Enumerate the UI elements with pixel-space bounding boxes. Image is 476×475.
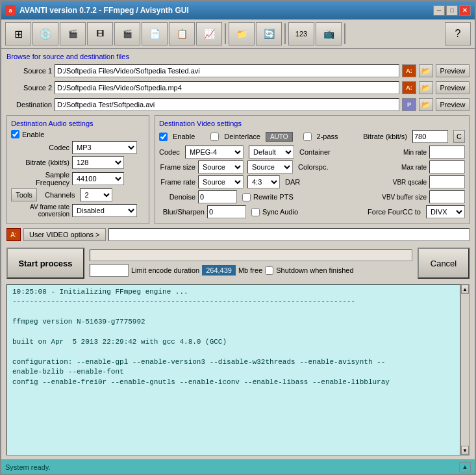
video-codec-label: Codec (159, 148, 182, 156)
video-settings-title: Destination Video settings (159, 120, 465, 127)
toolbar-btn-help[interactable]: ? (445, 22, 471, 45)
scroll-down-btn[interactable]: ▼ (461, 446, 469, 455)
status-up-btn[interactable]: ▲ (459, 462, 471, 472)
mb-free-label: Mb free (238, 266, 262, 274)
audio-tools-btn[interactable]: Tools (11, 188, 37, 201)
rewrite-pts-checkbox[interactable] (242, 193, 251, 201)
progress-bar (90, 250, 412, 261)
audio-tools-channels-row: Tools Channels 2 1 6 (11, 188, 145, 201)
source2-input[interactable] (55, 81, 399, 94)
audio-channels-select[interactable]: 2 1 6 (80, 188, 112, 201)
source2-preview-btn[interactable]: Preview (436, 81, 470, 94)
destination-label: Destination (6, 101, 52, 109)
destination-preview-btn[interactable]: Preview (436, 98, 470, 111)
rewrite-pts-label: Rewrite PTS (253, 193, 294, 201)
max-rate-label: Max rate (394, 164, 427, 171)
status-bar: System ready. ▲ (1, 459, 475, 474)
toolbar-btn-film1[interactable]: 🎬 (60, 22, 86, 45)
audio-avframe-row: AV frame rate conversion Disabled Enable… (11, 203, 145, 218)
toolbar-btn-folder[interactable]: 📁 (229, 22, 255, 45)
audio-samplefreq-row: Sample Frequency 44100 48000 (11, 171, 145, 186)
audio-bitrate-row: Bitrate (kbit/s) 128 192 256 (11, 156, 145, 169)
toolbar-btn-123[interactable]: 123 (288, 22, 314, 45)
video-codec-select[interactable]: MPEG-4 H.264 (185, 146, 244, 159)
bitrate-input[interactable] (412, 130, 448, 143)
source2-folder-btn[interactable]: 📂 (419, 81, 433, 94)
max-rate-input[interactable] (429, 160, 465, 173)
log-container: 10:25:08 - Initializing FFmpeg engine ..… (6, 284, 470, 456)
toolbar-separator2 (284, 23, 286, 44)
bitrate-label: Bitrate (kbit/s) (363, 133, 407, 140)
auto-btn[interactable]: AUTO (266, 132, 293, 142)
deinterlace-checkbox[interactable] (210, 133, 219, 141)
settings-area: Destination Audio settings Enable Codec … (6, 115, 470, 224)
progress-bar-container: Limit encode duration 264,439 Mb free Sh… (90, 250, 412, 277)
title-bar-controls: ─ □ ✕ (433, 5, 471, 16)
denoise-input[interactable] (198, 190, 237, 203)
vbr-qscale-label: VBR qscale (388, 179, 427, 186)
min-rate-input[interactable] (429, 146, 465, 159)
avframe-label: AV frame rate conversion (11, 203, 69, 218)
main-window: a AVANTI version 0.7.2 - FFmpeg / Avisyn… (0, 0, 476, 475)
audio-enable-checkbox[interactable] (11, 130, 19, 138)
frame-rate-ratio-select[interactable]: 4:3 16:9 (247, 175, 280, 188)
audio-samplefreq-select[interactable]: 44100 48000 (72, 172, 124, 185)
blur-label: Blur/Sharpen (159, 208, 205, 216)
audio-codec-select[interactable]: MP3 AAC AC3 (72, 141, 137, 154)
vbv-buffer-label: VBV buffer size (381, 194, 427, 201)
destination-folder-btn[interactable]: 📂 (419, 98, 433, 111)
video-enable-checkbox[interactable] (159, 133, 168, 141)
start-process-btn[interactable]: Start process (6, 248, 84, 279)
denoise-label: Denoise (159, 193, 195, 201)
toolbar-btn-tv[interactable]: 📺 (316, 22, 342, 45)
status-text: System ready. (5, 463, 51, 471)
source2-icon-btn[interactable]: A: (402, 81, 416, 94)
sync-audio-checkbox[interactable] (251, 208, 260, 216)
user-video-icon: A: (6, 228, 21, 241)
blur-input[interactable] (207, 205, 246, 218)
c-button[interactable]: C (453, 130, 465, 143)
encode-duration-input[interactable] (90, 264, 129, 277)
encode-limit-label: Limit encode duration (131, 266, 199, 274)
scroll-up-btn[interactable]: ▲ (461, 285, 469, 294)
source1-folder-btn[interactable]: 📂 (419, 64, 433, 77)
title-bar-left: a AVANTI version 0.7.2 - FFmpeg / Avisyn… (5, 5, 189, 16)
user-video-btn[interactable]: User VIDEO options > (23, 228, 106, 241)
frame-rate-select[interactable]: Source (198, 175, 244, 188)
toolbar-btn-film2[interactable]: 🎞 (87, 22, 113, 45)
force-fourcc-select[interactable]: DIVX XVID (426, 205, 465, 218)
vbr-qscale-input[interactable] (429, 175, 465, 188)
toolbar-btn-chart[interactable]: 📈 (196, 22, 222, 45)
destination-input[interactable] (55, 98, 399, 111)
frame-size-label: Frame size (159, 163, 195, 171)
source1-preview-btn[interactable]: Preview (436, 64, 470, 77)
toolbar-btn-clip[interactable]: 📋 (169, 22, 195, 45)
twopass-checkbox[interactable] (303, 133, 312, 141)
toolbar-btn-grid[interactable]: ⊞ (5, 22, 31, 45)
maximize-button[interactable]: □ (446, 5, 458, 16)
audio-codec-label: Codec (11, 144, 69, 151)
frame-size-select[interactable]: Source (198, 160, 244, 173)
toolbar-btn-film3[interactable]: 🎬 (114, 22, 140, 45)
window-title: AVANTI version 0.7.2 - FFmpeg / Avisynth… (19, 6, 189, 15)
close-button[interactable]: ✕ (459, 5, 471, 16)
toolbar-btn-refresh[interactable]: 🔄 (256, 22, 282, 45)
bottom-controls: Start process Limit encode duration 264,… (6, 245, 470, 281)
destination-icon-btn[interactable]: P (402, 98, 416, 111)
toolbar-btn-doc[interactable]: 📄 (142, 22, 168, 45)
shutdown-checkbox[interactable] (265, 266, 273, 275)
frame-size-source2-select[interactable]: Source (247, 160, 293, 173)
audio-bitrate-select[interactable]: 128 192 256 (72, 156, 124, 169)
toolbar-separator3 (344, 23, 345, 44)
minimize-button[interactable]: ─ (433, 5, 445, 16)
avframe-select[interactable]: Disabled Enabled (72, 204, 137, 217)
user-video-input[interactable] (108, 228, 470, 241)
vbv-buffer-input[interactable] (429, 190, 465, 203)
dar-label: DAR (285, 178, 300, 186)
video-default-select[interactable]: Default (249, 146, 294, 159)
cancel-btn[interactable]: Cancel (418, 248, 470, 279)
source2-row: Source 2 A: 📂 Preview (6, 81, 470, 94)
toolbar-btn-disc[interactable]: 💿 (32, 22, 58, 45)
source1-input[interactable] (55, 64, 399, 77)
source1-icon-btn[interactable]: A: (402, 64, 416, 77)
